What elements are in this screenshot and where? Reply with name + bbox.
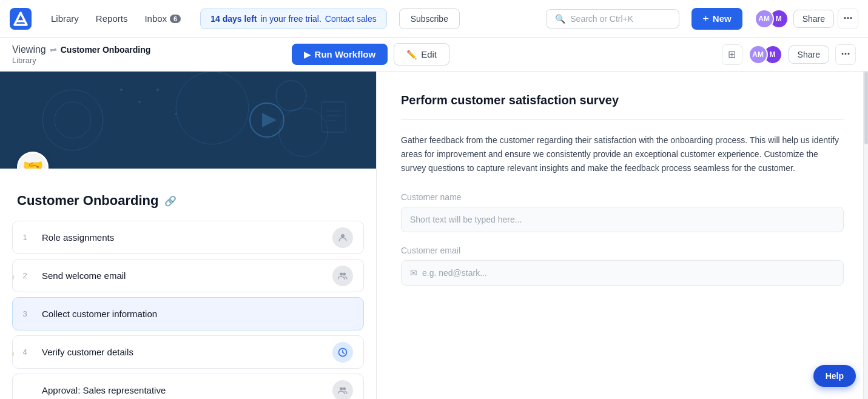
step-icon-clock xyxy=(332,342,353,363)
trial-banner: 14 days left in your free trial. Contact… xyxy=(200,8,386,29)
customer-name-input[interactable]: Short text will be typed here... xyxy=(401,207,844,232)
subheader-right: ⊞ AM M Share ··· xyxy=(722,44,856,65)
new-button[interactable]: + New xyxy=(691,8,742,30)
svg-rect-0 xyxy=(10,8,32,30)
subscribe-button[interactable]: Subscribe xyxy=(399,8,460,29)
step-label: Send welcome email xyxy=(37,260,328,292)
left-panel: 🤝 Customer Onboarding 🔗 1 Role assignmen… xyxy=(0,72,376,399)
panel-title: Perform customer satisfaction survey xyxy=(401,93,844,107)
search-icon: 🔍 xyxy=(555,14,565,24)
svg-point-12 xyxy=(175,113,177,115)
step-row[interactable]: 4 Verify customer details 👍 xyxy=(12,335,364,369)
link-icon[interactable]: 🔗 xyxy=(164,195,177,207)
subheader-share-button[interactable]: Share xyxy=(789,45,829,64)
step-label: Verify customer details xyxy=(37,336,328,368)
help-button[interactable]: Help xyxy=(813,365,856,387)
subheader-avatar-am[interactable]: AM xyxy=(749,45,768,64)
edit-icon: ✏️ xyxy=(406,50,417,59)
subheader-actions: ▶ Run Workflow ✏️ Edit xyxy=(292,43,449,65)
customer-name-label: Customer name xyxy=(401,192,844,202)
workflow-title: Customer Onboarding xyxy=(17,193,158,209)
breadcrumb-arrow-icon: ⇌ xyxy=(50,45,57,55)
inbox-badge-count: 6 xyxy=(170,15,181,23)
play-icon: ▶ xyxy=(304,50,311,59)
customer-email-field-group: Customer email ✉ e.g. ned@stark... xyxy=(401,246,844,286)
workflow-title-row: Customer Onboarding 🔗 xyxy=(0,169,376,221)
app-logo[interactable] xyxy=(10,8,32,30)
svg-point-20 xyxy=(340,272,343,275)
svg-point-21 xyxy=(343,272,346,275)
subheader: Viewing ⇌ Customer Onboarding Library ▶ … xyxy=(0,38,868,72)
customer-name-field-group: Customer name Short text will be typed h… xyxy=(401,192,844,232)
panel-divider xyxy=(401,119,844,120)
share-button[interactable]: Share xyxy=(793,10,834,28)
step-thumb-icon: 👍 xyxy=(12,271,15,281)
nav-reports[interactable]: Reports xyxy=(89,10,135,27)
step-icon-wrap xyxy=(328,338,357,367)
workflow-hero: 🤝 xyxy=(0,72,376,169)
step-thumb-icon: 👍 xyxy=(12,347,15,357)
subheader-avatar-group: AM M xyxy=(749,45,782,64)
step-icon-wrap xyxy=(328,223,357,252)
step-number xyxy=(13,380,37,400)
search-bar[interactable]: 🔍 Search or Ctrl+K xyxy=(546,9,679,29)
customer-email-input[interactable]: ✉ e.g. ned@stark... xyxy=(401,260,844,286)
step-icon-wrap xyxy=(328,376,357,400)
step-number: 4 xyxy=(13,337,37,367)
svg-point-10 xyxy=(138,101,141,103)
avatar-group: AM M Share ··· xyxy=(755,8,858,29)
viewing-label: Viewing xyxy=(12,44,46,55)
svg-point-19 xyxy=(341,234,345,238)
svg-point-9 xyxy=(120,89,123,91)
panel-description: Gather feedback from the customer regard… xyxy=(401,133,844,175)
step-label: Approval: Sales representative xyxy=(37,374,328,399)
nav-links: Library Reports Inbox 6 xyxy=(44,10,188,27)
step-row[interactable]: 1 Role assignments xyxy=(12,221,364,254)
svg-line-24 xyxy=(343,352,345,354)
scrollbar-thumb[interactable] xyxy=(864,72,868,144)
avatar-am[interactable]: AM xyxy=(755,9,774,29)
email-placeholder-text: e.g. ned@stark... xyxy=(422,268,487,278)
run-workflow-label: Run Workflow xyxy=(315,49,376,59)
step-icon-wrap xyxy=(328,261,357,290)
nav-library[interactable]: Library xyxy=(44,10,86,27)
contact-sales-link[interactable]: Contact sales xyxy=(325,14,377,24)
step-row[interactable]: Approval: Sales representative xyxy=(12,374,364,399)
step-label: Role assignments xyxy=(37,221,328,253)
svg-point-26 xyxy=(343,387,346,390)
main-content: 🤝 Customer Onboarding 🔗 1 Role assignmen… xyxy=(0,72,868,399)
nav-inbox[interactable]: Inbox 6 xyxy=(137,10,188,27)
step-row[interactable]: 2 Send welcome email 👍 xyxy=(12,259,364,292)
steps-list: 1 Role assignments 2 Send welcome email xyxy=(0,221,376,399)
more-options-button[interactable]: ··· xyxy=(838,8,858,29)
customer-email-label: Customer email xyxy=(401,246,844,255)
grid-view-button[interactable]: ⊞ xyxy=(722,44,742,65)
grid-icon: ⊞ xyxy=(728,49,736,60)
new-button-label: New xyxy=(713,13,732,24)
svg-point-11 xyxy=(156,89,159,91)
search-placeholder-text: Search or Ctrl+K xyxy=(570,14,633,24)
subheader-more-button[interactable]: ··· xyxy=(835,44,856,65)
step-number: 1 xyxy=(13,222,37,253)
step-row[interactable]: 3 Collect customer information xyxy=(12,297,364,330)
step-icon-wrap xyxy=(328,300,357,329)
svg-rect-3 xyxy=(0,72,376,169)
step-icon xyxy=(332,266,353,286)
trial-bold-text: 14 days left xyxy=(210,14,257,24)
step-icon xyxy=(332,380,353,400)
email-icon: ✉ xyxy=(410,268,417,278)
scrollbar-track[interactable] xyxy=(863,72,868,399)
step-number: 3 xyxy=(13,298,37,329)
run-workflow-button[interactable]: ▶ Run Workflow xyxy=(292,44,388,65)
edit-label: Edit xyxy=(421,49,437,59)
step-number: 2 xyxy=(13,260,37,291)
new-button-plus-icon: + xyxy=(702,13,709,24)
trial-rest-text: in your free trial. xyxy=(260,14,321,24)
edit-button[interactable]: ✏️ Edit xyxy=(394,43,449,65)
step-icon xyxy=(332,227,353,248)
step-label: Collect customer information xyxy=(37,298,328,330)
top-navigation: Library Reports Inbox 6 14 days left in … xyxy=(0,0,868,38)
breadcrumb-subtitle: Library xyxy=(12,56,150,65)
breadcrumb-title: Customer Onboarding xyxy=(61,45,151,55)
breadcrumb: Viewing ⇌ Customer Onboarding Library xyxy=(12,44,150,65)
